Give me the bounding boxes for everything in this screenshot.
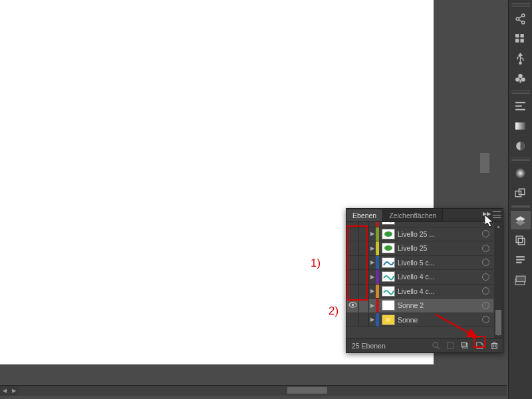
- tab-layers[interactable]: Ebenen: [346, 209, 383, 221]
- expand-arrow-icon[interactable]: ▶: [369, 274, 376, 280]
- svg-rect-29: [516, 259, 525, 260]
- toggle-lock[interactable]: [359, 222, 369, 227]
- target-layer-icon[interactable]: [482, 259, 489, 266]
- target-layer-icon[interactable]: [482, 222, 489, 223]
- layer-name-label[interactable]: Livello 5 c...: [398, 259, 481, 267]
- toggle-visibility[interactable]: [346, 222, 359, 227]
- toggle-visibility[interactable]: [346, 299, 359, 313]
- toggle-lock[interactable]: [359, 270, 369, 284]
- right-dock: [508, 0, 532, 399]
- layer-list-scrollbar[interactable]: ▲ ▼: [494, 222, 503, 338]
- layers-panel-icon[interactable]: [511, 211, 531, 229]
- toggle-visibility[interactable]: [346, 285, 359, 299]
- locate-object-icon[interactable]: [430, 340, 442, 351]
- svg-rect-30: [516, 261, 522, 263]
- svg-rect-6: [521, 34, 524, 37]
- hscroll-right-arrow-icon[interactable]: ▶: [9, 386, 19, 396]
- layer-name-label[interactable]: Sonne: [398, 316, 481, 324]
- vscroll-thumb[interactable]: [495, 310, 501, 335]
- artboards-icon[interactable]: [511, 231, 531, 249]
- layer-row[interactable]: ▶Livello 4 c...: [346, 285, 493, 299]
- align-icon[interactable]: [511, 96, 531, 115]
- toggle-visibility[interactable]: [346, 241, 359, 255]
- transparency-icon[interactable]: [511, 136, 531, 155]
- toggle-lock[interactable]: [359, 299, 369, 313]
- vertical-scrollbar-thumb[interactable]: [480, 153, 489, 173]
- expand-arrow-icon[interactable]: ▶: [369, 288, 376, 294]
- expand-arrow-icon[interactable]: ▶: [369, 317, 376, 323]
- toggle-visibility[interactable]: [346, 313, 359, 327]
- target-layer-icon[interactable]: [482, 245, 489, 252]
- hscroll-left-arrow-icon[interactable]: ◀: [0, 386, 9, 396]
- new-layer-icon[interactable]: [473, 340, 485, 351]
- layer-name-label[interactable]: Livello 24: [398, 222, 481, 223]
- new-sublayer-icon[interactable]: [459, 340, 471, 351]
- layer-thumbnail: [382, 229, 395, 239]
- layer-name-label[interactable]: Sonne 2: [398, 301, 481, 309]
- table-icon[interactable]: [511, 271, 531, 289]
- layer-row[interactable]: ▶Sonne: [346, 313, 493, 328]
- target-layer-icon[interactable]: [482, 316, 489, 323]
- toggle-lock[interactable]: [359, 241, 369, 255]
- layer-row[interactable]: ▶Livello 25 ...: [346, 227, 493, 242]
- expand-arrow-icon[interactable]: ▶: [369, 259, 376, 265]
- vscroll-up-arrow-icon[interactable]: ▲: [494, 222, 503, 230]
- expand-arrow-icon[interactable]: ▶: [369, 245, 376, 251]
- layer-name-label[interactable]: Livello 4 c...: [398, 273, 481, 281]
- target-layer-icon[interactable]: [482, 273, 489, 281]
- svg-point-33: [384, 231, 392, 237]
- dock-grip-4[interactable]: [511, 205, 530, 208]
- svg-line-40: [437, 346, 440, 349]
- layer-color-bar: [376, 299, 379, 313]
- svg-point-13: [515, 77, 519, 81]
- toggle-lock[interactable]: [359, 227, 369, 241]
- delete-layer-icon[interactable]: [488, 340, 500, 351]
- paragraph-icon[interactable]: [511, 251, 531, 269]
- svg-rect-17: [515, 105, 522, 106]
- layer-thumbnail: [382, 257, 395, 268]
- expand-arrow-icon[interactable]: ▶: [369, 222, 376, 223]
- target-layer-icon[interactable]: [482, 230, 489, 237]
- eye-icon: [348, 301, 357, 309]
- svg-rect-15: [519, 79, 521, 82]
- target-layer-icon[interactable]: [482, 302, 489, 309]
- layer-name-label[interactable]: Livello 25 ...: [398, 230, 481, 238]
- toggle-visibility[interactable]: [346, 270, 359, 284]
- layer-row[interactable]: ▶Livello 24: [346, 222, 493, 227]
- layers-panel: Ebenen Zeichenflächen ▶▶ ▶Livello 24▶Liv…: [346, 208, 503, 353]
- expand-arrow-icon[interactable]: ▶: [369, 231, 376, 237]
- expand-arrow-icon[interactable]: ▶: [369, 303, 376, 309]
- layer-row[interactable]: ▶Sonne 2: [346, 299, 493, 313]
- svg-point-39: [432, 342, 437, 347]
- target-layer-icon[interactable]: [482, 287, 489, 295]
- layer-name-label[interactable]: Livello 25: [398, 244, 481, 252]
- dock-grip-2[interactable]: [511, 90, 530, 94]
- blur-circle-icon[interactable]: [511, 164, 531, 182]
- panel-menu-icon[interactable]: [493, 211, 501, 218]
- share-icon[interactable]: [511, 9, 531, 28]
- svg-rect-44: [491, 344, 496, 348]
- layer-row[interactable]: ▶Livello 25: [346, 241, 493, 256]
- hscroll-track[interactable]: [19, 386, 507, 396]
- make-clipping-mask-icon[interactable]: [444, 340, 456, 351]
- toggle-visibility[interactable]: [346, 227, 359, 241]
- layer-row[interactable]: ▶Livello 4 c...: [346, 270, 493, 285]
- clubs-icon[interactable]: [511, 69, 531, 88]
- horizontal-scrollbar[interactable]: ◀ ▶: [0, 385, 507, 396]
- toggle-lock[interactable]: [359, 285, 369, 299]
- shapes-icon[interactable]: [511, 184, 531, 202]
- tab-artboards[interactable]: Zeichenflächen: [383, 209, 443, 221]
- toggle-lock[interactable]: [359, 256, 369, 270]
- dock-grip-3[interactable]: [511, 158, 530, 161]
- layer-name-label[interactable]: Livello 4 c...: [398, 287, 481, 295]
- dock-grip[interactable]: [511, 3, 530, 7]
- layer-color-bar: [376, 313, 379, 327]
- toggle-visibility[interactable]: [346, 256, 359, 270]
- grid-icon[interactable]: [511, 29, 531, 48]
- gradient-icon[interactable]: [511, 116, 531, 135]
- usb-icon[interactable]: [511, 49, 531, 68]
- hscroll-thumb[interactable]: [287, 387, 327, 394]
- collapse-panel-icon[interactable]: ▶▶: [483, 211, 491, 217]
- toggle-lock[interactable]: [359, 313, 369, 327]
- layer-row[interactable]: ▶Livello 5 c...: [346, 256, 493, 271]
